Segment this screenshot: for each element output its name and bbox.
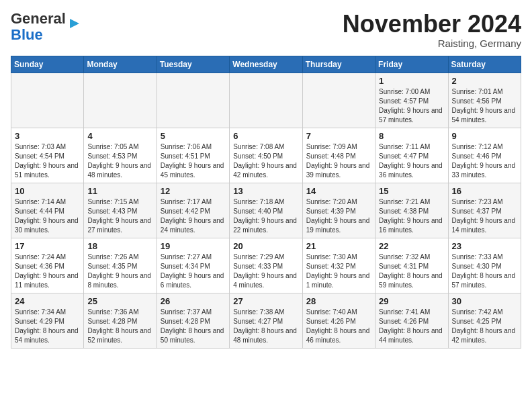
calendar-cell-w0-d6: 2Sunrise: 7:01 AM Sunset: 4:56 PM Daylig… — [448, 73, 521, 128]
calendar-cell-w3-d2: 19Sunrise: 7:27 AM Sunset: 4:34 PM Dayli… — [157, 238, 229, 293]
day-info: Sunrise: 7:42 AM Sunset: 4:25 PM Dayligh… — [452, 308, 517, 345]
day-info: Sunrise: 7:36 AM Sunset: 4:28 PM Dayligh… — [87, 308, 152, 345]
day-info: Sunrise: 7:27 AM Sunset: 4:34 PM Dayligh… — [161, 253, 226, 290]
day-info: Sunrise: 7:06 AM Sunset: 4:51 PM Dayligh… — [161, 142, 226, 180]
calendar-cell-w2-d1: 11Sunrise: 7:15 AM Sunset: 4:43 PM Dayli… — [84, 183, 157, 238]
calendar-cell-w1-d6: 9Sunrise: 7:12 AM Sunset: 4:46 PM Daylig… — [448, 128, 521, 183]
calendar-cell-w2-d5: 15Sunrise: 7:21 AM Sunset: 4:38 PM Dayli… — [375, 183, 448, 238]
calendar-cell-w4-d3: 27Sunrise: 7:38 AM Sunset: 4:27 PM Dayli… — [230, 293, 302, 348]
day-info: Sunrise: 7:32 AM Sunset: 4:31 PM Dayligh… — [379, 253, 444, 290]
day-number: 19 — [161, 241, 226, 251]
day-number: 1 — [379, 76, 444, 86]
calendar-cell-w1-d5: 8Sunrise: 7:11 AM Sunset: 4:47 PM Daylig… — [375, 128, 448, 183]
day-number: 3 — [15, 131, 80, 141]
title-block: November 2024 Raisting, Germany — [343, 11, 521, 49]
location: Raisting, Germany — [343, 38, 521, 49]
calendar-cell-w4-d4: 28Sunrise: 7:40 AM Sunset: 4:26 PM Dayli… — [302, 293, 375, 348]
day-header-friday: Friday — [375, 56, 448, 73]
calendar-cell-w2-d3: 13Sunrise: 7:18 AM Sunset: 4:40 PM Dayli… — [230, 183, 302, 238]
calendar-cell-w3-d6: 23Sunrise: 7:33 AM Sunset: 4:30 PM Dayli… — [448, 238, 521, 293]
calendar-cell-w1-d4: 7Sunrise: 7:09 AM Sunset: 4:48 PM Daylig… — [302, 128, 375, 183]
logo-icon — [67, 16, 82, 31]
day-number: 11 — [87, 186, 152, 196]
day-number: 18 — [87, 241, 152, 251]
logo: General Blue — [11, 11, 82, 43]
calendar-cell-w2-d6: 16Sunrise: 7:23 AM Sunset: 4:37 PM Dayli… — [448, 183, 521, 238]
day-info: Sunrise: 7:05 AM Sunset: 4:53 PM Dayligh… — [87, 142, 152, 180]
day-number: 23 — [452, 241, 517, 251]
calendar-cell-w0-d0 — [11, 73, 84, 128]
calendar-cell-w3-d0: 17Sunrise: 7:24 AM Sunset: 4:36 PM Dayli… — [11, 238, 84, 293]
calendar-cell-w4-d1: 25Sunrise: 7:36 AM Sunset: 4:28 PM Dayli… — [84, 293, 157, 348]
logo-text: General Blue — [11, 11, 66, 43]
day-info: Sunrise: 7:11 AM Sunset: 4:47 PM Dayligh… — [379, 142, 444, 180]
day-info: Sunrise: 7:26 AM Sunset: 4:35 PM Dayligh… — [87, 253, 152, 290]
day-number: 16 — [452, 186, 517, 196]
calendar-body: 1Sunrise: 7:00 AM Sunset: 4:57 PM Daylig… — [11, 73, 521, 348]
day-number: 17 — [15, 241, 80, 251]
day-header-tuesday: Tuesday — [157, 56, 229, 73]
day-number: 24 — [15, 296, 80, 306]
page-container: General Blue November 2024 Raisting, Ger… — [0, 0, 532, 354]
calendar-cell-w3-d3: 20Sunrise: 7:29 AM Sunset: 4:33 PM Dayli… — [230, 238, 302, 293]
day-info: Sunrise: 7:24 AM Sunset: 4:36 PM Dayligh… — [15, 253, 80, 290]
day-info: Sunrise: 7:20 AM Sunset: 4:39 PM Dayligh… — [306, 197, 371, 235]
day-number: 12 — [161, 186, 226, 196]
day-number: 4 — [87, 131, 152, 141]
calendar-cell-w1-d1: 4Sunrise: 7:05 AM Sunset: 4:53 PM Daylig… — [84, 128, 157, 183]
logo-general: General — [11, 10, 66, 27]
day-info: Sunrise: 7:30 AM Sunset: 4:32 PM Dayligh… — [306, 253, 371, 290]
calendar-cell-w0-d5: 1Sunrise: 7:00 AM Sunset: 4:57 PM Daylig… — [375, 73, 448, 128]
calendar-cell-w3-d1: 18Sunrise: 7:26 AM Sunset: 4:35 PM Dayli… — [84, 238, 157, 293]
day-info: Sunrise: 7:01 AM Sunset: 4:56 PM Dayligh… — [452, 87, 517, 125]
header: General Blue November 2024 Raisting, Ger… — [11, 11, 521, 49]
day-number: 2 — [452, 76, 517, 86]
day-number: 5 — [161, 131, 226, 141]
day-number: 10 — [15, 186, 80, 196]
calendar-cell-w1-d3: 6Sunrise: 7:08 AM Sunset: 4:50 PM Daylig… — [230, 128, 302, 183]
day-header-saturday: Saturday — [448, 56, 521, 73]
day-info: Sunrise: 7:18 AM Sunset: 4:40 PM Dayligh… — [233, 197, 298, 235]
calendar-cell-w0-d2 — [157, 73, 229, 128]
day-number: 27 — [233, 296, 298, 306]
day-number: 21 — [306, 241, 371, 251]
calendar-cell-w1-d2: 5Sunrise: 7:06 AM Sunset: 4:51 PM Daylig… — [157, 128, 229, 183]
day-info: Sunrise: 7:33 AM Sunset: 4:30 PM Dayligh… — [452, 253, 517, 290]
calendar-cell-w3-d4: 21Sunrise: 7:30 AM Sunset: 4:32 PM Dayli… — [302, 238, 375, 293]
logo-blue: Blue — [11, 26, 43, 43]
calendar-cell-w4-d5: 29Sunrise: 7:41 AM Sunset: 4:26 PM Dayli… — [375, 293, 448, 348]
day-number: 8 — [379, 131, 444, 141]
day-info: Sunrise: 7:38 AM Sunset: 4:27 PM Dayligh… — [233, 308, 298, 345]
calendar-cell-w2-d2: 12Sunrise: 7:17 AM Sunset: 4:42 PM Dayli… — [157, 183, 229, 238]
day-info: Sunrise: 7:29 AM Sunset: 4:33 PM Dayligh… — [233, 253, 298, 290]
calendar-cell-w2-d4: 14Sunrise: 7:20 AM Sunset: 4:39 PM Dayli… — [302, 183, 375, 238]
day-number: 22 — [379, 241, 444, 251]
calendar-cell-w4-d0: 24Sunrise: 7:34 AM Sunset: 4:29 PM Dayli… — [11, 293, 84, 348]
day-info: Sunrise: 7:15 AM Sunset: 4:43 PM Dayligh… — [87, 197, 152, 235]
calendar-cell-w0-d1 — [84, 73, 157, 128]
day-info: Sunrise: 7:12 AM Sunset: 4:46 PM Dayligh… — [452, 142, 517, 180]
day-info: Sunrise: 7:00 AM Sunset: 4:57 PM Dayligh… — [379, 87, 444, 125]
day-info: Sunrise: 7:03 AM Sunset: 4:54 PM Dayligh… — [15, 142, 80, 180]
day-header-wednesday: Wednesday — [230, 56, 302, 73]
day-number: 20 — [233, 241, 298, 251]
day-info: Sunrise: 7:14 AM Sunset: 4:44 PM Dayligh… — [15, 197, 80, 235]
day-info: Sunrise: 7:21 AM Sunset: 4:38 PM Dayligh… — [379, 197, 444, 235]
day-number: 7 — [306, 131, 371, 141]
day-info: Sunrise: 7:37 AM Sunset: 4:28 PM Dayligh… — [161, 308, 226, 345]
day-number: 25 — [87, 296, 152, 306]
day-header-thursday: Thursday — [302, 56, 375, 73]
day-header-sunday: Sunday — [11, 56, 84, 73]
svg-marker-0 — [70, 19, 79, 28]
day-info: Sunrise: 7:34 AM Sunset: 4:29 PM Dayligh… — [15, 308, 80, 345]
day-number: 13 — [233, 186, 298, 196]
calendar-cell-w3-d5: 22Sunrise: 7:32 AM Sunset: 4:31 PM Dayli… — [375, 238, 448, 293]
day-number: 30 — [452, 296, 517, 306]
month-title: November 2024 — [343, 11, 521, 38]
day-number: 28 — [306, 296, 371, 306]
day-number: 29 — [379, 296, 444, 306]
calendar-cell-w0-d3 — [230, 73, 302, 128]
day-info: Sunrise: 7:23 AM Sunset: 4:37 PM Dayligh… — [452, 197, 517, 235]
day-info: Sunrise: 7:17 AM Sunset: 4:42 PM Dayligh… — [161, 197, 226, 235]
day-info: Sunrise: 7:40 AM Sunset: 4:26 PM Dayligh… — [306, 308, 371, 345]
